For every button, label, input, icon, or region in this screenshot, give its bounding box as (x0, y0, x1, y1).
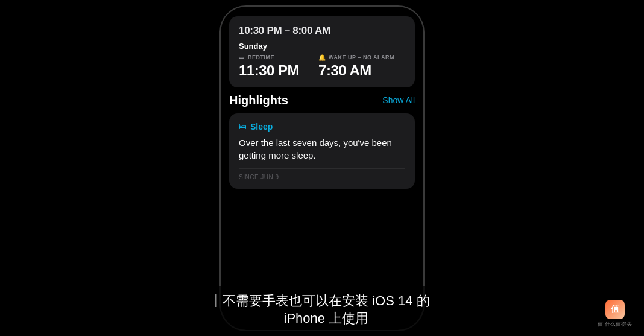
highlights-title: Highlights (229, 94, 288, 107)
bedtime-label: BEDTIME (248, 54, 274, 60)
phone-frame: 10:30 PM – 8:00 AM Sunday 🛏 BEDTIME 11:3… (219, 5, 425, 331)
schedule-row: 🛏 BEDTIME 11:30 PM 🔔 WAKE UP – NO ALARM … (239, 54, 405, 79)
scene: 10:30 PM – 8:00 AM Sunday 🛏 BEDTIME 11:3… (0, 0, 644, 336)
watermark-icon: 值 (605, 300, 625, 319)
highlight-since: SINCE JUN 9 (239, 168, 405, 180)
sleep-category-label: Sleep (250, 122, 273, 132)
wakeup-item: 🔔 WAKE UP – NO ALARM 7:30 AM (318, 54, 394, 79)
bedtime-time: 11:30 PM (239, 62, 299, 79)
day-label: Sunday (239, 42, 405, 51)
bedtime-item: 🛏 BEDTIME 11:30 PM (239, 54, 299, 79)
subtitle-line1: 不需要手表也可以在安装 iOS 14 的 (223, 292, 429, 310)
sleep-category-icon: 🛏 (239, 122, 247, 131)
watermark: 值 值 什么值得买 (598, 300, 632, 328)
bedtime-type: 🛏 BEDTIME (239, 54, 299, 61)
wakeup-label: WAKE UP – NO ALARM (329, 54, 394, 60)
highlight-card: 🛏 Sleep Over the last seven days, you've… (229, 113, 415, 189)
wakeup-time: 7:30 AM (318, 62, 394, 79)
subtitle-indicator: | 不需要手表也可以在安装 iOS 14 的 iPhone 上使用 (214, 292, 429, 328)
subtitle-marker: | (214, 293, 218, 306)
subtitle-line2: iPhone 上使用 (223, 309, 429, 328)
highlight-body-text: Over the last seven days, you've been ge… (239, 136, 405, 163)
highlights-header: Highlights Show All (229, 94, 415, 107)
watermark-label: 值 什么值得买 (598, 321, 632, 328)
alarm-icon: 🔔 (318, 54, 326, 61)
time-range: 10:30 PM – 8:00 AM (239, 25, 405, 37)
bed-icon: 🛏 (239, 54, 245, 61)
phone-screen: 10:30 PM – 8:00 AM Sunday 🛏 BEDTIME 11:3… (221, 7, 423, 330)
highlight-category: 🛏 Sleep (239, 122, 405, 132)
subtitle-bar: | 不需要手表也可以在安装 iOS 14 的 iPhone 上使用 (0, 286, 644, 336)
sleep-schedule-card: 10:30 PM – 8:00 AM Sunday 🛏 BEDTIME 11:3… (229, 16, 415, 87)
show-all-button[interactable]: Show All (382, 95, 415, 105)
wakeup-type: 🔔 WAKE UP – NO ALARM (318, 54, 394, 61)
